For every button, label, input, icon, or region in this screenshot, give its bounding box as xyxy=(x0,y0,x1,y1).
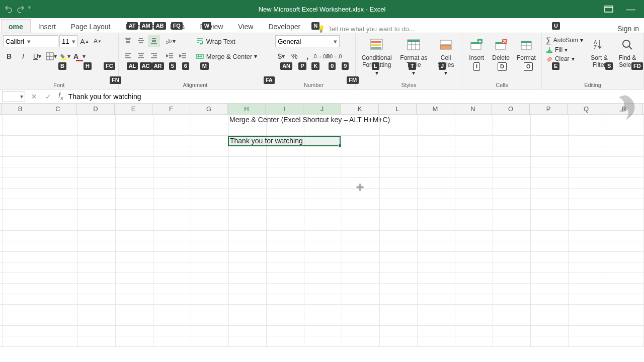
cell[interactable] xyxy=(78,189,116,199)
cell[interactable] xyxy=(606,167,644,178)
cell[interactable] xyxy=(455,210,493,220)
column-header[interactable]: E xyxy=(115,104,152,114)
cell[interactable] xyxy=(380,305,418,315)
cell[interactable] xyxy=(493,199,531,210)
cell[interactable] xyxy=(606,189,644,199)
cell[interactable] xyxy=(3,115,40,125)
cell[interactable] xyxy=(153,231,191,241)
cell[interactable] xyxy=(191,125,229,136)
cell[interactable] xyxy=(531,252,569,262)
formula-input[interactable] xyxy=(66,92,644,102)
cell[interactable] xyxy=(40,273,78,284)
cell[interactable] xyxy=(531,336,569,347)
cell[interactable] xyxy=(229,294,267,305)
cell[interactable] xyxy=(380,241,418,252)
cell[interactable] xyxy=(153,157,191,167)
cell[interactable] xyxy=(455,326,493,336)
cell[interactable] xyxy=(606,294,644,305)
cell[interactable] xyxy=(531,167,569,178)
cell[interactable] xyxy=(380,146,418,157)
cell[interactable] xyxy=(380,262,418,273)
cell[interactable] xyxy=(191,167,229,178)
cell[interactable] xyxy=(606,210,644,220)
cell[interactable] xyxy=(304,336,342,347)
cell[interactable] xyxy=(606,273,644,284)
cell[interactable] xyxy=(78,210,116,220)
cell[interactable] xyxy=(304,146,342,157)
cell[interactable] xyxy=(342,262,380,273)
cell[interactable] xyxy=(116,252,153,262)
cell[interactable] xyxy=(418,294,455,305)
cell[interactable] xyxy=(380,273,418,284)
cell[interactable] xyxy=(418,241,455,252)
cell[interactable] xyxy=(380,231,418,241)
cell[interactable] xyxy=(455,189,493,199)
align-center-icon[interactable] xyxy=(135,50,147,62)
cell[interactable] xyxy=(153,210,191,220)
cell[interactable] xyxy=(531,220,569,231)
cell[interactable] xyxy=(418,284,455,294)
column-header[interactable]: I xyxy=(266,104,303,114)
cell[interactable] xyxy=(3,284,40,294)
cell[interactable] xyxy=(455,136,493,146)
cell[interactable] xyxy=(229,146,267,157)
cell[interactable] xyxy=(455,241,493,252)
cell[interactable] xyxy=(304,315,342,326)
cell[interactable] xyxy=(78,167,116,178)
cell[interactable] xyxy=(531,189,569,199)
cell[interactable] xyxy=(3,305,40,315)
cell[interactable] xyxy=(116,336,153,347)
cell[interactable] xyxy=(455,284,493,294)
cell[interactable] xyxy=(493,136,531,146)
cell[interactable] xyxy=(116,305,153,315)
cell[interactable] xyxy=(418,336,455,347)
cell[interactable] xyxy=(116,220,153,231)
cell[interactable] xyxy=(493,284,531,294)
cell[interactable] xyxy=(153,115,191,125)
cell[interactable] xyxy=(191,305,229,315)
cell[interactable] xyxy=(380,199,418,210)
cell[interactable] xyxy=(569,241,606,252)
cell[interactable] xyxy=(116,125,153,136)
cell[interactable] xyxy=(606,136,644,146)
cell[interactable] xyxy=(116,241,153,252)
cell[interactable] xyxy=(342,326,380,336)
cell[interactable] xyxy=(606,178,644,189)
increase-font-icon[interactable]: A▲ xyxy=(78,35,91,47)
cell[interactable] xyxy=(3,125,40,136)
cell[interactable] xyxy=(3,167,40,178)
cell[interactable] xyxy=(153,167,191,178)
cell[interactable] xyxy=(153,136,191,146)
cell[interactable] xyxy=(40,315,78,326)
cell[interactable] xyxy=(418,146,455,157)
cell[interactable] xyxy=(380,125,418,136)
cell[interactable] xyxy=(531,326,569,336)
cell[interactable] xyxy=(191,220,229,231)
cell[interactable] xyxy=(78,241,116,252)
cell[interactable] xyxy=(40,157,78,167)
cell[interactable] xyxy=(418,210,455,220)
cell[interactable] xyxy=(342,199,380,210)
cell[interactable] xyxy=(229,284,267,294)
cell[interactable] xyxy=(40,136,78,146)
cell[interactable] xyxy=(455,178,493,189)
cell[interactable] xyxy=(606,241,644,252)
increase-decimal-icon[interactable]: .0→.00 xyxy=(314,50,327,62)
column-header[interactable]: Q xyxy=(568,104,605,114)
cell[interactable] xyxy=(342,294,380,305)
column-header[interactable]: M xyxy=(417,104,454,114)
cell[interactable] xyxy=(116,284,153,294)
cell[interactable] xyxy=(304,326,342,336)
cell[interactable] xyxy=(153,326,191,336)
column-header[interactable]: P xyxy=(530,104,568,114)
conditional-formatting-button[interactable]: Conditional Formatting▾ xyxy=(359,35,395,77)
cell[interactable] xyxy=(455,125,493,136)
cell[interactable] xyxy=(418,220,455,231)
sign-in-link[interactable]: Sign in xyxy=(617,25,639,33)
cell[interactable] xyxy=(569,136,606,146)
cell[interactable] xyxy=(267,284,304,294)
cell[interactable] xyxy=(569,252,606,262)
cell[interactable] xyxy=(191,284,229,294)
cell[interactable] xyxy=(342,146,380,157)
cell[interactable] xyxy=(569,326,606,336)
